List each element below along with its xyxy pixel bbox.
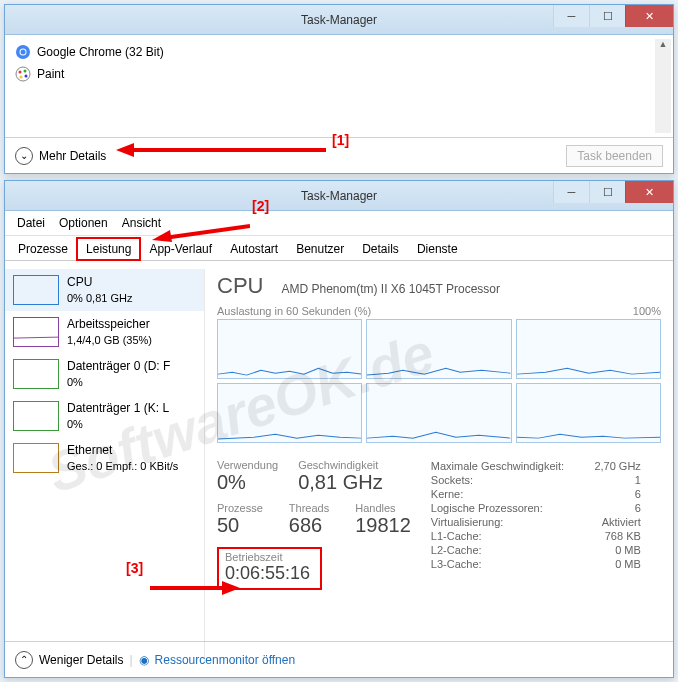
task-manager-simple-window: Task-Manager ─ ☐ ✕ Google Chrome (32 Bit… [4, 4, 674, 174]
scroll-up-icon[interactable]: ▲ [655, 39, 671, 55]
performance-body: CPU0% 0,81 GHz Arbeitsspeicher1,4/4,0 GB… [5, 261, 673, 661]
sidebar-item-label: Datenträger 1 (K: L [67, 401, 169, 417]
menu-datei[interactable]: Datei [11, 214, 51, 232]
threads-value: 686 [289, 514, 329, 537]
svg-point-2 [21, 50, 26, 55]
annotation-label-3: [3] [126, 560, 143, 576]
cpu-model: AMD Phenom(tm) II X6 1045T Processor [281, 282, 500, 296]
app-name: Paint [37, 67, 64, 81]
menu-optionen[interactable]: Optionen [53, 214, 114, 232]
tab-bar: Prozesse Leistung App-Verlauf Autostart … [5, 236, 673, 261]
svg-point-3 [16, 67, 30, 81]
less-details-link[interactable]: Weniger Details [39, 653, 123, 667]
minimize-button[interactable]: ─ [553, 5, 589, 27]
svg-point-4 [19, 71, 22, 74]
tab-details[interactable]: Details [353, 238, 408, 260]
cpu-heading: CPU [217, 273, 263, 299]
app-name: Google Chrome (32 Bit) [37, 45, 164, 59]
sidebar-item-label: CPU [67, 275, 132, 291]
sidebar-item-label: Ethernet [67, 443, 178, 459]
svg-marker-11 [152, 230, 172, 242]
sidebar-item-disk0[interactable]: Datenträger 0 (D: F0% [5, 353, 204, 395]
paint-icon [15, 66, 31, 82]
cpu-speed-value: 0,81 GHz [298, 471, 382, 494]
window-buttons: ─ ☐ ✕ [553, 181, 673, 203]
app-list: Google Chrome (32 Bit) Paint [5, 35, 673, 85]
sidebar-item-ethernet[interactable]: EthernetGes.: 0 Empf.: 0 KBit/s [5, 437, 204, 479]
more-details-link[interactable]: Mehr Details [39, 149, 106, 163]
end-task-button: Task beenden [566, 145, 663, 167]
svg-point-6 [25, 75, 28, 78]
window-title: Task-Manager [301, 189, 377, 203]
window-title: Task-Manager [301, 13, 377, 27]
cpu-detail-list: Maximale Geschwindigkeit:2,70 GHz Socket… [431, 459, 641, 590]
cpu-details-panel: CPU AMD Phenom(tm) II X6 1045T Processor… [205, 269, 673, 661]
maximize-button[interactable]: ☐ [589, 181, 625, 203]
memory-mini-graph [13, 317, 59, 347]
annotation-label-1: [1] [332, 132, 349, 148]
annotation-arrow-2 [150, 222, 250, 242]
cpu-core-graph [217, 383, 362, 443]
open-resource-monitor-link[interactable]: Ressourcenmonitor öffnen [155, 653, 296, 667]
chevron-up-icon[interactable]: ⌃ [15, 651, 33, 669]
annotation-arrow-1 [116, 140, 326, 160]
sidebar-item-cpu[interactable]: CPU0% 0,81 GHz [5, 269, 204, 311]
cpu-core-graph [516, 383, 661, 443]
svg-line-10 [164, 226, 250, 238]
tab-prozesse[interactable]: Prozesse [9, 238, 77, 260]
tab-leistung[interactable]: Leistung [77, 238, 140, 260]
svg-point-5 [24, 70, 27, 73]
disk-mini-graph [13, 359, 59, 389]
close-button[interactable]: ✕ [625, 181, 673, 203]
titlebar[interactable]: Task-Manager ─ ☐ ✕ [5, 181, 673, 211]
svg-point-7 [20, 76, 23, 79]
cpu-stats-row1: Verwendung0% Geschwindigkeit0,81 GHz [217, 459, 411, 494]
cpu-core-graph [366, 319, 511, 379]
handles-value: 19812 [355, 514, 411, 537]
chevron-down-icon[interactable]: ⌄ [15, 147, 33, 165]
svg-marker-13 [222, 581, 240, 595]
cpu-header: CPU AMD Phenom(tm) II X6 1045T Processor [217, 273, 661, 299]
sidebar-item-label: Datenträger 0 (D: F [67, 359, 170, 375]
disk-mini-graph [13, 401, 59, 431]
annotation-label-2: [2] [252, 198, 269, 214]
tab-dienste[interactable]: Dienste [408, 238, 467, 260]
menu-bar: Datei Optionen Ansicht [5, 211, 673, 236]
cpu-core-graph [366, 383, 511, 443]
minimize-button[interactable]: ─ [553, 181, 589, 203]
tab-benutzer[interactable]: Benutzer [287, 238, 353, 260]
app-row-paint[interactable]: Paint [11, 63, 667, 85]
resmon-icon: ◉ [139, 653, 149, 667]
sidebar-item-disk1[interactable]: Datenträger 1 (K: L0% [5, 395, 204, 437]
annotation-arrow-3 [150, 578, 240, 598]
cpu-core-graphs [217, 319, 661, 443]
scrollbar[interactable]: ▲ [655, 39, 671, 133]
ethernet-mini-graph [13, 443, 59, 473]
chrome-icon [15, 44, 31, 60]
processes-value: 50 [217, 514, 263, 537]
close-button[interactable]: ✕ [625, 5, 673, 27]
maximize-button[interactable]: ☐ [589, 5, 625, 27]
app-row-chrome[interactable]: Google Chrome (32 Bit) [11, 41, 667, 63]
window-buttons: ─ ☐ ✕ [553, 5, 673, 27]
sidebar-item-memory[interactable]: Arbeitsspeicher1,4/4,0 GB (35%) [5, 311, 204, 353]
bottom-bar: ⌃ Weniger Details | ◉ Ressourcenmonitor … [5, 641, 673, 677]
graph-axis-label: Auslastung in 60 Sekunden (%) 100% [217, 305, 661, 317]
cpu-stats-row2: Prozesse50 Threads686 Handles19812 [217, 502, 411, 537]
task-manager-detailed-window: Task-Manager ─ ☐ ✕ Datei Optionen Ansich… [4, 180, 674, 678]
performance-sidebar: CPU0% 0,81 GHz Arbeitsspeicher1,4/4,0 GB… [5, 269, 205, 661]
cpu-mini-graph [13, 275, 59, 305]
cpu-core-graph [217, 319, 362, 379]
cpu-core-graph [516, 319, 661, 379]
cpu-usage-value: 0% [217, 471, 278, 494]
titlebar[interactable]: Task-Manager ─ ☐ ✕ [5, 5, 673, 35]
sidebar-item-label: Arbeitsspeicher [67, 317, 152, 333]
svg-marker-9 [116, 143, 134, 157]
